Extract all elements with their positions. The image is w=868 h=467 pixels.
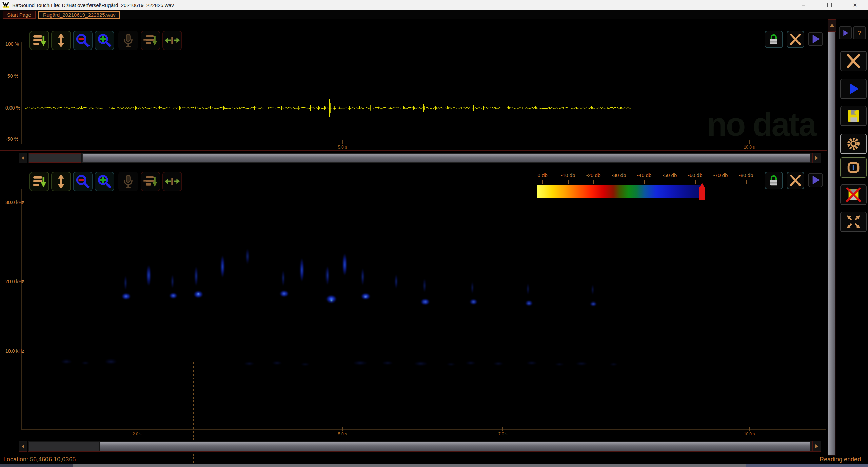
noise-blob [244, 362, 254, 366]
zoom-in-icon [97, 174, 112, 189]
expand-icon [846, 214, 861, 230]
sidebar-save-button[interactable] [840, 106, 867, 126]
vertical-zoom-button[interactable] [51, 172, 71, 191]
y-axis-tick [19, 351, 24, 351]
vertical-scrollbar[interactable] [828, 19, 836, 456]
colorbar-db-label: -80 db [739, 172, 753, 178]
colorbar-tick [568, 180, 569, 184]
x-axis-tick [502, 427, 503, 431]
left-arrow-icon [21, 444, 25, 449]
vertical-zoom-icon [54, 174, 68, 189]
right-arrow-icon [815, 444, 819, 449]
play-purple-button[interactable] [839, 26, 852, 39]
close-x-button[interactable] [787, 172, 804, 189]
close-x-button[interactable] [787, 31, 804, 48]
help-button[interactable]: ? [853, 26, 866, 39]
sidebar-record-pause-button[interactable] [840, 157, 867, 178]
bat-call-blob [282, 270, 285, 286]
scroll-left-button[interactable] [19, 153, 27, 163]
colorbar-db-label: -20 db [586, 172, 601, 178]
spectrogram-panel: 30.0 kHz20.0 kHz10.0 kHz 3,2 s 0 db-10 d… [0, 170, 837, 456]
zoom-out-button[interactable] [73, 31, 93, 50]
taskbar-sliver [0, 464, 868, 467]
colorbar-db-label: -40 db [637, 172, 652, 178]
zoom-out-button[interactable] [73, 172, 93, 191]
play-purple-button[interactable] [808, 32, 823, 46]
play-blue-icon [846, 81, 861, 97]
sidebar-expand-button[interactable] [840, 212, 867, 232]
noise-blob [353, 361, 367, 365]
spectrogram-panel-divider [0, 440, 827, 440]
x-axis-label: 2.0 s [133, 432, 141, 436]
play-purple-icon [809, 33, 822, 45]
microphone-button[interactable] [118, 172, 138, 191]
sidebar-play-blue-button[interactable] [840, 79, 867, 99]
fit-selection-button[interactable] [141, 31, 160, 50]
sidebar-close-x-button[interactable] [840, 51, 867, 71]
scroll-right-button[interactable] [812, 441, 821, 452]
lock-button[interactable] [765, 31, 783, 48]
fit-amplitude-button[interactable] [29, 172, 49, 191]
noise-blob [610, 363, 618, 366]
bat-call-blob [197, 293, 199, 295]
scroll-left-button[interactable] [19, 441, 27, 452]
noise-blob [105, 359, 117, 364]
y-axis-label: 20.0 kHz [5, 279, 18, 284]
fit-selection-icon [143, 174, 158, 189]
colorbar-db-label: 0 db [537, 172, 547, 178]
settings-gear-icon [846, 136, 861, 152]
zoom-in-button[interactable] [95, 31, 114, 50]
fit-amplitude-icon [32, 174, 47, 189]
microphone-icon [121, 174, 136, 189]
status-reading: Reading ended... [820, 456, 866, 463]
zoom-out-icon [75, 33, 90, 48]
noise-blob [576, 362, 587, 366]
fit-selection-button[interactable] [141, 172, 160, 191]
vertical-zoom-button[interactable] [51, 31, 71, 50]
colorbar-tick [644, 180, 645, 184]
pan-horizontal-button[interactable] [162, 31, 182, 50]
fit-amplitude-button[interactable] [29, 31, 49, 50]
scrollbar-thumb[interactable] [82, 153, 810, 163]
noise-blob [414, 361, 428, 366]
colorbar-tick [721, 180, 721, 184]
x-axis-label: 10.0 s [744, 432, 755, 436]
scrollbar-empty-region[interactable] [29, 442, 99, 451]
bat-call-blob [280, 290, 289, 297]
taskbar-segment [0, 464, 73, 467]
x-axis-tick [342, 427, 343, 431]
zoom-in-button[interactable] [95, 172, 114, 191]
play-purple-button[interactable] [808, 173, 823, 187]
lock-icon [767, 33, 780, 46]
bat-call-blob [525, 300, 533, 306]
vertical-scrollbar-thumb[interactable] [828, 32, 835, 455]
scrollbar-empty-region[interactable] [29, 153, 81, 163]
colorbar-tick [593, 180, 594, 184]
pan-horizontal-button[interactable] [162, 172, 182, 191]
play-purple-icon [841, 28, 850, 37]
y-axis-tick [19, 281, 24, 282]
noise-blob [555, 363, 564, 366]
lock-button[interactable] [765, 172, 783, 189]
left-arrow-icon [21, 156, 25, 160]
bat-call-blob [590, 301, 597, 306]
microphone-button[interactable] [118, 31, 138, 50]
spectrogram-right-border [826, 189, 826, 429]
colorbar-tick [746, 180, 747, 184]
sidebar-discard-save-button[interactable] [840, 184, 867, 205]
pan-horizontal-icon [165, 33, 180, 48]
colorbar-db-label: -70 db [713, 172, 728, 178]
bat-call-blob [326, 266, 329, 285]
sidebar-settings-gear-button[interactable] [840, 134, 867, 154]
scroll-right-button[interactable] [812, 153, 821, 163]
help-icon: ? [855, 28, 864, 37]
scroll-up-button[interactable] [828, 20, 836, 32]
x-axis-tick [342, 140, 343, 144]
colorbar-db-label: -10 db [561, 172, 575, 178]
close-x-icon [846, 53, 861, 69]
bat-call-blob [300, 258, 304, 282]
y-axis-tick [19, 202, 24, 203]
bat-call-blob [423, 279, 426, 292]
scrollbar-thumb[interactable] [100, 442, 810, 451]
close-x-icon [789, 174, 802, 187]
